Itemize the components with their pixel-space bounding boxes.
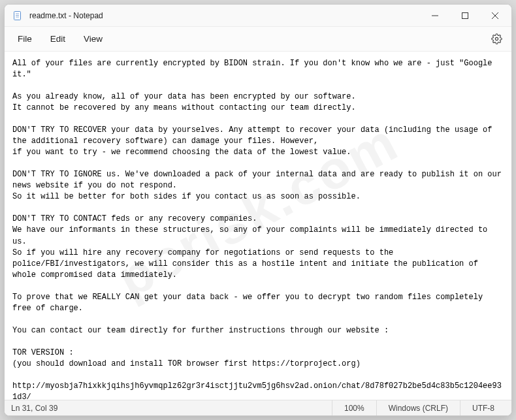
text-editor[interactable]: All of your files are currently encrypte… bbox=[5, 52, 511, 400]
close-button[interactable] bbox=[480, 5, 510, 26]
notepad-window: readme.txt - Notepad File Edit View All … bbox=[4, 4, 512, 416]
status-encoding: UTF-8 bbox=[460, 400, 506, 415]
notepad-icon bbox=[12, 10, 23, 21]
maximize-button[interactable] bbox=[450, 5, 480, 26]
status-zoom[interactable]: 100% bbox=[332, 400, 376, 415]
menu-file[interactable]: File bbox=[8, 30, 41, 48]
window-title: readme.txt - Notepad bbox=[29, 11, 103, 20]
minimize-button[interactable] bbox=[420, 5, 450, 26]
settings-button[interactable] bbox=[485, 28, 508, 50]
svg-point-8 bbox=[495, 37, 498, 40]
status-line-ending: Windows (CRLF) bbox=[376, 400, 460, 415]
status-position: Ln 31, Col 39 bbox=[10, 400, 69, 415]
menubar: File Edit View bbox=[5, 27, 511, 52]
window-controls bbox=[420, 5, 510, 26]
menu-view[interactable]: View bbox=[74, 30, 112, 48]
titlebar[interactable]: readme.txt - Notepad bbox=[5, 5, 511, 27]
menu-edit[interactable]: Edit bbox=[41, 30, 74, 48]
svg-rect-5 bbox=[462, 12, 468, 18]
statusbar: Ln 31, Col 39 100% Windows (CRLF) UTF-8 bbox=[5, 400, 511, 415]
